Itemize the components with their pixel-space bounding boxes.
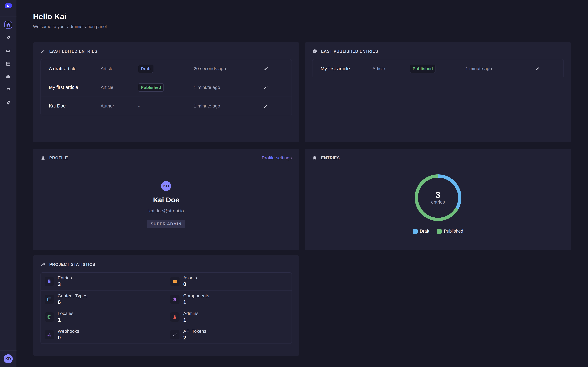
sidebar-divider	[0, 16, 17, 17]
stat-value: 1	[183, 317, 199, 323]
last-published-table: My first article Article Published 1 min…	[312, 59, 564, 78]
stat-label: API Tokens	[183, 329, 206, 334]
status-badge: Published	[138, 83, 164, 92]
marketplace-cart-icon	[6, 87, 11, 92]
entry-type: Article	[372, 66, 410, 71]
profile-avatar: KD	[161, 181, 171, 191]
legend-swatch-draft	[413, 229, 418, 234]
sidebar-item-settings[interactable]	[4, 99, 12, 106]
check-circle-icon	[312, 49, 317, 54]
stat-value: 3	[58, 281, 72, 287]
stat-value: 1	[58, 317, 73, 323]
page-subtitle: Welcome to your administration panel	[33, 24, 107, 29]
sidebar: KD	[0, 0, 17, 367]
entry-title: My first article	[49, 85, 101, 90]
stat-content-types: Content-Types 6	[41, 290, 166, 308]
stat-label: Webhooks	[58, 329, 79, 334]
settings-gear-icon	[6, 100, 11, 105]
panel-profile: PROFILE Profile settings KD Kai Doe kai.…	[33, 149, 299, 250]
stat-label: Content-Types	[58, 293, 87, 299]
panel-title: LAST PUBLISHED ENTRIES	[321, 49, 378, 54]
panel-header: ENTRIES	[312, 155, 564, 161]
puzzle-icon	[170, 295, 180, 304]
stat-label: Assets	[183, 275, 197, 281]
pencil-icon	[263, 104, 268, 108]
pencil-icon	[41, 49, 46, 54]
strapi-logo[interactable]	[5, 3, 12, 8]
sidebar-item-home[interactable]	[4, 21, 12, 29]
stat-label: Components	[183, 293, 209, 299]
pencil-icon	[263, 85, 268, 90]
sidebar-item-deploy-cloud[interactable]	[4, 73, 12, 80]
panel-last-edited-entries: LAST EDITED ENTRIES A draft article Arti…	[33, 42, 299, 142]
strapi-logo-icon	[7, 4, 10, 8]
layout-icon	[45, 295, 54, 304]
pencil-icon	[535, 66, 540, 71]
donut-center: 3 entries	[414, 190, 462, 205]
edit-entry-button[interactable]	[263, 84, 269, 91]
sidebar-item-media-library[interactable]	[4, 47, 12, 54]
entry-type: Author	[101, 103, 138, 109]
panel-title: LAST EDITED ENTRIES	[49, 49, 97, 54]
sidebar-user-avatar[interactable]: KD	[4, 354, 13, 363]
layout-icon	[6, 61, 11, 67]
panel-header: PROJECT STATISTICS	[41, 261, 292, 267]
stat-value: 0	[183, 281, 197, 287]
table-row: My first article Article Published 1 min…	[41, 78, 292, 97]
feather-pen-icon	[6, 35, 11, 40]
entry-title: A draft article	[49, 66, 101, 71]
user-icon	[170, 312, 180, 322]
home-icon	[6, 22, 11, 27]
panel-header: LAST PUBLISHED ENTRIES	[312, 48, 564, 54]
stat-label: Locales	[58, 311, 73, 316]
donut-total-value: 3	[414, 190, 462, 200]
profile-email: kai.doe@strapi.io	[33, 208, 299, 214]
stat-locales: Locales 1	[41, 308, 166, 326]
puzzle-icon	[312, 155, 317, 160]
profile-role-badge: SUPER ADMIN	[147, 220, 185, 228]
edit-entry-button[interactable]	[263, 103, 269, 109]
pencil-icon	[263, 66, 268, 71]
sidebar-item-content-type-builder[interactable]	[4, 60, 12, 67]
user-icon	[41, 155, 46, 160]
page-title: Hello Kai	[33, 12, 67, 21]
file-icon	[45, 277, 54, 286]
status-badge: Draft	[138, 65, 153, 73]
legend-swatch-published	[437, 229, 442, 234]
status-badge: Published	[410, 65, 435, 73]
entry-type: Article	[101, 66, 138, 71]
panel-header: LAST EDITED ENTRIES	[41, 48, 292, 54]
edit-entry-button[interactable]	[263, 65, 269, 72]
sidebar-item-content-manager[interactable]	[4, 34, 12, 42]
stat-label: Admins	[183, 311, 199, 316]
legend-item-draft: Draft	[413, 229, 429, 234]
entry-title: Kai Doe	[49, 103, 101, 109]
table-row: Kai Doe Author - 1 minute ago	[41, 97, 292, 115]
stat-value: 2	[183, 334, 206, 341]
last-edited-table: A draft article Article Draft 20 seconds…	[41, 59, 292, 115]
media-library-icon	[6, 48, 11, 53]
legend-label-draft: Draft	[420, 229, 429, 234]
entry-title: My first article	[321, 66, 372, 71]
edit-entry-button[interactable]	[535, 65, 541, 72]
entry-time: 20 seconds ago	[194, 66, 263, 71]
key-icon	[170, 330, 180, 339]
donut-total-label: entries	[414, 200, 462, 205]
profile-settings-link[interactable]: Profile settings	[262, 155, 292, 160]
stat-assets: Assets 0	[166, 273, 292, 290]
stat-value: 6	[58, 299, 87, 305]
stat-entries: Entries 3	[41, 273, 166, 290]
sidebar-divider-bottom	[0, 350, 17, 350]
legend-item-published: Published	[437, 229, 463, 234]
globe-icon	[45, 312, 54, 322]
entry-time: 1 minute ago	[194, 103, 263, 109]
panel-title: PROJECT STATISTICS	[49, 262, 95, 267]
project-statistics-grid: Entries 3 Assets 0 Content-Types 6	[41, 272, 292, 344]
sidebar-item-marketplace[interactable]	[4, 86, 12, 93]
webhook-icon	[45, 330, 54, 339]
table-row: A draft article Article Draft 20 seconds…	[41, 59, 292, 78]
profile-name: Kai Doe	[33, 196, 299, 204]
image-icon	[170, 277, 180, 286]
stat-value: 0	[58, 334, 79, 341]
entry-time: 1 minute ago	[194, 85, 263, 90]
